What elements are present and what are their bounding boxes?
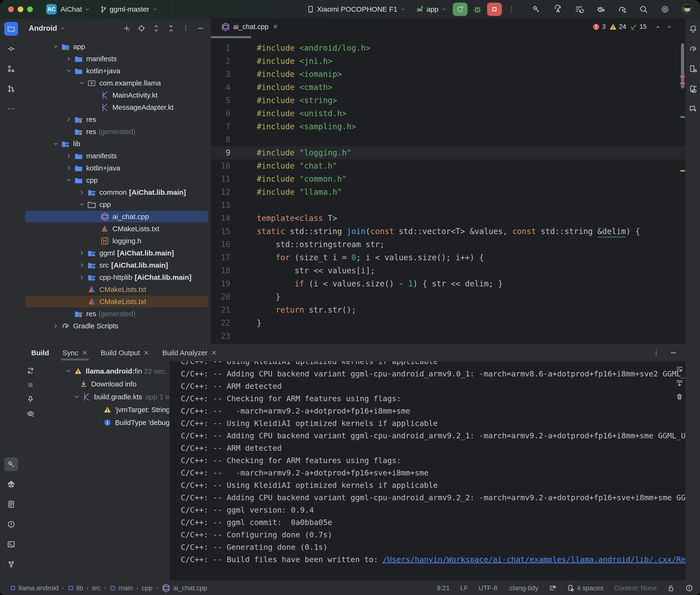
tool-stripe-more-horizontal-button[interactable] [4,102,18,116]
chevron-right-icon[interactable] [64,165,74,172]
attach-debugger-button[interactable] [596,5,605,14]
tool-stripe-gemini-chat-button[interactable] [688,102,699,116]
tab-build-output[interactable]: Build Output✕ [101,344,149,362]
chevron-right-icon[interactable] [64,152,74,160]
tool-stripe-terminal-button[interactable] [4,537,18,551]
tool-stripe-notifications-button[interactable] [688,22,699,36]
gradle-sync-button[interactable] [618,5,627,14]
chevron-right-icon[interactable] [77,250,87,257]
hide-button[interactable] [197,25,204,32]
tool-stripe-gradle-button[interactable] [688,42,699,56]
tree-item-cmakelists-txt[interactable]: CMakeLists.txt [23,223,211,235]
locate-button[interactable] [138,25,145,32]
line-number[interactable]: 6 [211,107,254,120]
line-number[interactable]: 19 [211,277,254,290]
line-ending[interactable]: LF [460,584,468,592]
build-tree-item[interactable]: Download info [38,378,169,391]
chevron-right-icon[interactable] [77,262,87,269]
caret-position[interactable]: 9:21 [437,584,450,592]
settings-button[interactable] [661,5,670,14]
editor-scrollbar[interactable] [679,38,686,344]
tree-item-kotlin-java[interactable]: kotlin+java [23,162,211,174]
chevron-right-icon[interactable] [64,116,74,123]
build-console[interactable]: C/C++: -- Using KleidiAI optimized kerne… [169,362,686,581]
tree-item-ggml[interactable]: ggml[AiChat.lib.main] [23,247,211,259]
tree-item-lib[interactable]: lib [23,138,211,150]
tree-item-app[interactable]: app [23,40,211,53]
chevron-down-icon[interactable] [63,368,73,375]
apply-changes-button[interactable] [553,5,562,14]
chevron-down-icon[interactable] [77,201,87,208]
tool-stripe-build-hammer-button[interactable] [4,457,18,471]
line-number[interactable]: 18 [211,264,254,277]
tree-item-messageadapter-kt[interactable]: MessageAdapter.kt [23,101,211,113]
zoom-window-button[interactable] [27,6,33,12]
line-number[interactable]: 13 [211,199,254,212]
pin-button[interactable] [26,395,34,403]
line-number[interactable]: 5 [211,94,254,107]
tab-ai-chat-cpp[interactable]: ai_chat.cpp ✕ [217,19,282,35]
build-button[interactable] [532,5,541,14]
error-stripe-mark[interactable] [680,170,685,172]
error-stripe-mark[interactable] [680,116,685,118]
chevron-right-icon[interactable] [51,322,61,330]
line-number[interactable]: 7 [211,120,254,133]
error-stripe-mark[interactable] [680,76,685,77]
apply-code-changes-button[interactable] [575,5,584,14]
errors-badge[interactable]: 3 [592,23,606,31]
hide-build-panel-button[interactable] [670,349,677,357]
breadcrumb-src[interactable]: src [92,584,101,592]
device-selector[interactable]: Xiaomi POCOPHONE F1 [307,5,406,13]
build-tree-item[interactable]: 'jvmTarget: String' is deprecat [38,403,169,416]
tree-item-manifests[interactable]: manifests [23,150,211,162]
tree-item-src[interactable]: src[AiChat.lib.main] [23,259,211,271]
breadcrumb-main[interactable]: main [109,584,133,592]
tree-item-common[interactable]: common[AiChat.lib.main] [23,186,211,198]
chevron-down-icon[interactable] [72,393,82,400]
chevron-down-icon[interactable] [77,80,87,87]
build-options-button[interactable] [652,349,660,357]
collapse-all-button[interactable] [167,25,175,32]
close-tab-icon[interactable]: ✕ [273,23,278,30]
tree-item-cpp[interactable]: cpp [23,174,211,186]
line-number[interactable]: 23 [211,330,254,343]
stop-button[interactable] [487,3,502,16]
minimize-window-button[interactable] [18,6,23,12]
tree-item-manifests[interactable]: manifests [23,53,211,65]
line-number[interactable]: 8 [211,133,254,146]
close-tab-icon[interactable]: ✕ [144,349,149,357]
chevron-right-icon[interactable] [64,55,74,62]
tree-item-cpp[interactable]: cpp [23,198,211,210]
line-number[interactable]: 2 [211,55,254,67]
line-number[interactable]: 3 [211,67,254,81]
more-vertical-button[interactable] [182,25,190,32]
breadcrumb-ai-chat-cpp[interactable]: ai_chat.cpp [161,583,207,593]
build-output-path-link[interactable]: /Users/hanyin/Workspace/ai-chat/examples… [383,555,686,564]
build-tree-item[interactable]: build.gradle.ktsapp 1 warning [38,391,169,403]
tool-stripe-problems-button[interactable] [4,517,18,531]
tree-item-res[interactable]: res(generated) [23,125,211,138]
indent-setting[interactable]: 4 spaces [567,584,604,592]
tool-stripe-structure-button[interactable] [4,62,18,76]
line-number[interactable]: 11 [211,172,254,186]
tool-stripe-device-manager-button[interactable] [688,62,699,76]
sync-circular-button[interactable] [26,367,34,375]
tree-item-res[interactable]: res(generated) [23,308,211,320]
chevron-right-icon[interactable] [77,274,87,281]
error-stripe-mark[interactable] [680,82,685,84]
tool-stripe-version-control-button[interactable] [4,557,18,571]
breadcrumb-lib[interactable]: lib [67,584,83,592]
chevron-down-icon[interactable] [64,177,74,184]
tree-item-gradle-scripts[interactable]: Gradle Scripts [23,320,211,332]
search-button[interactable] [639,5,648,14]
context-indicator[interactable]: Context: None [614,584,657,592]
more-run-actions-button[interactable] [508,5,515,13]
breadcrumb-llama-android[interactable]: llama.android [9,584,59,592]
tree-item-kotlin-java[interactable]: kotlin+java [23,65,211,77]
chevron-down-icon[interactable] [51,43,61,50]
tool-stripe-commit-button[interactable] [4,42,18,56]
line-number[interactable]: 21 [211,303,254,316]
scroll-to-end-button[interactable] [676,379,683,387]
run-configuration-selector[interactable]: app [415,5,447,14]
passed-badge[interactable]: 15 [629,23,647,31]
